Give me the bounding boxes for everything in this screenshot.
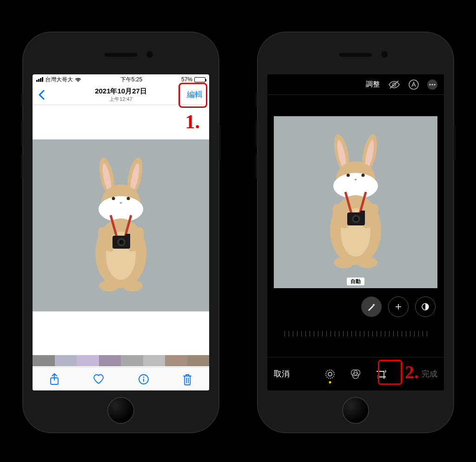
phone-mockup-right: 調整 [258, 33, 453, 432]
front-camera [146, 51, 153, 58]
annotation-number: 1. [185, 111, 200, 133]
status-bar: 台灣大哥大 下午5:25 57% [33, 74, 209, 85]
home-button[interactable] [107, 397, 134, 424]
nav-bar: 2021年10月27日 上午12:47 編輯 [33, 85, 209, 105]
svg-rect-21 [143, 378, 144, 382]
adjust-tab-icon[interactable] [324, 369, 336, 380]
adjustment-ruler[interactable] [267, 325, 444, 337]
home-button[interactable] [342, 397, 369, 424]
svg-rect-46 [360, 211, 365, 214]
status-time: 下午5:25 [120, 76, 142, 84]
volume-up-button [256, 121, 258, 146]
edit-button[interactable]: 編輯 [183, 87, 206, 102]
edit-top-bar: 調整 [267, 74, 444, 95]
annotation-number: 2. [405, 361, 419, 383]
favorite-button[interactable] [93, 374, 105, 385]
wifi-icon [75, 77, 81, 82]
svg-point-28 [434, 84, 435, 85]
screen-photo-view: 台灣大哥大 下午5:25 57% 2021年10月27日 上午12:47 編輯 … [33, 74, 209, 390]
earpiece [105, 53, 137, 57]
svg-point-20 [143, 376, 144, 378]
svg-point-10 [99, 280, 119, 291]
bunny-illustration [314, 132, 397, 272]
battery-percent: 57% [181, 76, 192, 83]
edit-photo-content[interactable]: 自動 [274, 116, 437, 288]
svg-point-34 [333, 173, 378, 199]
power-button [219, 125, 221, 160]
more-icon[interactable] [427, 79, 437, 90]
crop-tab-icon[interactable] [376, 369, 387, 380]
back-button[interactable] [35, 90, 47, 100]
svg-point-45 [354, 217, 358, 221]
bunny-illustration [79, 156, 163, 295]
done-button[interactable]: 完成 [422, 369, 437, 379]
svg-point-27 [431, 84, 433, 85]
auto-enhance-button[interactable] [361, 297, 382, 317]
svg-point-36 [362, 174, 365, 177]
svg-point-24 [409, 80, 418, 89]
svg-point-50 [398, 305, 399, 306]
svg-rect-17 [126, 234, 130, 238]
volume-down-button [256, 153, 258, 179]
carrier-label: 台灣大哥大 [45, 76, 73, 84]
markup-icon[interactable] [409, 79, 419, 90]
photo-content[interactable] [33, 139, 209, 311]
mute-switch [256, 93, 258, 107]
svg-point-26 [429, 84, 430, 85]
brilliance-button[interactable] [415, 297, 436, 317]
adjust-label: 調整 [366, 80, 380, 89]
mute-switch [21, 93, 23, 107]
volume-up-button [21, 121, 23, 146]
signal-icon [36, 77, 43, 82]
svg-point-39 [334, 257, 354, 268]
svg-point-40 [357, 257, 377, 268]
hide-icon[interactable] [388, 80, 400, 89]
svg-point-7 [127, 197, 130, 200]
auto-label: 自動 [347, 277, 364, 285]
exposure-button[interactable] [388, 297, 409, 317]
toolbar [33, 367, 209, 390]
info-button[interactable] [138, 374, 149, 385]
adjustment-row [361, 297, 436, 317]
volume-down-button [21, 153, 23, 179]
svg-point-16 [119, 240, 124, 244]
svg-point-11 [122, 280, 143, 291]
photo-date: 2021年10月27日 [95, 87, 147, 96]
front-camera [381, 51, 388, 58]
svg-point-5 [99, 196, 143, 222]
svg-point-35 [347, 174, 350, 177]
screen-edit-view: 調整 [267, 74, 444, 390]
earpiece [339, 53, 372, 57]
nav-title: 2021年10月27日 上午12:47 [95, 87, 147, 103]
battery-icon [194, 77, 205, 82]
cancel-button[interactable]: 取消 [274, 369, 290, 379]
svg-point-6 [112, 197, 115, 200]
phone-mockup-left: 台灣大哥大 下午5:25 57% 2021年10月27日 上午12:47 編輯 … [23, 33, 218, 432]
thumbnail-strip[interactable] [33, 355, 209, 366]
svg-point-53 [328, 372, 332, 376]
share-button[interactable] [49, 373, 60, 385]
svg-point-52 [326, 370, 334, 378]
photo-time: 上午12:47 [95, 96, 147, 103]
trash-button[interactable] [182, 373, 192, 385]
filters-tab-icon[interactable] [350, 369, 362, 380]
power-button [454, 125, 456, 160]
